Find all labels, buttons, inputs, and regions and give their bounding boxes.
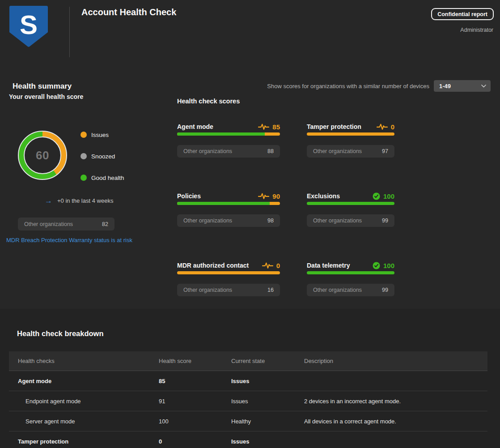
row-score: 100 xyxy=(159,418,231,425)
card-name: Data telemetry xyxy=(307,262,350,269)
row-name: Agent mode xyxy=(9,378,159,384)
benchmark-value: 88 xyxy=(267,148,274,154)
column-header-description: Description xyxy=(304,358,487,364)
card-name: Tamper protection xyxy=(307,123,361,130)
score-card-tamper-protection: Tamper protection 0 Other organizations … xyxy=(307,122,394,158)
health-summary-title: Health summary xyxy=(13,82,72,91)
page-title: Account Health Check xyxy=(81,7,176,17)
legend-item-issues: Issues xyxy=(81,131,124,138)
card-score-value: 0 xyxy=(276,262,280,269)
card-name: Exclusions xyxy=(307,192,340,200)
donut-hole: 60 xyxy=(24,137,61,174)
table-row-tamper-protection: Tamper protection 0 Issues xyxy=(9,431,487,448)
row-state: Issues xyxy=(231,398,304,405)
pulse-icon xyxy=(258,123,269,131)
row-score: 0 xyxy=(159,438,231,445)
score-progress-bar xyxy=(177,132,280,136)
score-progress-bar xyxy=(307,271,394,274)
health-check-breakdown-title: Health check breakdown xyxy=(17,329,103,338)
card-benchmark-pill: Other organizations 16 xyxy=(177,284,280,296)
filter-label: Show scores for organizations with a sim… xyxy=(267,83,429,90)
benchmark-label: Other organizations xyxy=(183,218,232,224)
column-header-health-checks: Health checks xyxy=(9,358,159,364)
row-score: 91 xyxy=(159,398,231,405)
overall-score-subtitle: Your overall health score xyxy=(9,93,83,100)
score-progress-fill xyxy=(307,271,394,274)
benchmark-value: 99 xyxy=(382,218,388,224)
score-card-agent-mode: Agent mode 85 Other organizations 88 xyxy=(177,122,280,158)
card-score-value: 90 xyxy=(272,192,280,200)
overall-health-score-value: 60 xyxy=(36,149,49,162)
arrow-right-icon: → xyxy=(45,197,52,205)
legend-label: Good health xyxy=(91,175,124,181)
card-benchmark-pill: Other organizations 88 xyxy=(177,145,280,158)
table-header-row: Health checks Health score Current state… xyxy=(9,351,487,371)
score-progress-fill xyxy=(177,132,265,136)
mdr-warranty-warning-link[interactable]: MDR Breach Protection Warranty status is… xyxy=(6,237,132,243)
breakdown-table: Health checks Health score Current state… xyxy=(9,351,487,448)
benchmark-label: Other organizations xyxy=(313,218,362,224)
row-state: Issues xyxy=(231,378,304,384)
score-cards-grid: Agent mode 85 Other organizations 88 Tam… xyxy=(177,122,394,296)
issues-dot-icon xyxy=(81,132,87,138)
legend-label: Issues xyxy=(91,132,109,138)
row-state: Healthy xyxy=(231,418,304,425)
top-section: S Account Health Check Confidential repo… xyxy=(0,0,500,309)
pulse-icon xyxy=(377,123,388,131)
table-row-agent-mode: Agent mode 85 Issues xyxy=(9,371,487,391)
card-benchmark-pill: Other organizations 99 xyxy=(307,284,394,296)
score-progress-fill xyxy=(177,202,270,205)
benchmark-value: 16 xyxy=(267,287,274,293)
device-range-select[interactable]: 1-49 xyxy=(434,80,491,92)
account-health-check-page: S Account Health Check Confidential repo… xyxy=(0,0,500,448)
legend-item-snoozed: Snoozed xyxy=(81,153,124,160)
check-circle-icon xyxy=(373,192,380,200)
good-health-dot-icon xyxy=(81,175,87,181)
score-progress-bar xyxy=(177,271,280,274)
column-header-current-state: Current state xyxy=(231,358,304,364)
shield-icon: S xyxy=(8,5,49,48)
pulse-icon xyxy=(258,192,269,200)
health-score-donut: 60 xyxy=(18,131,67,180)
summary-benchmark-pill: Other organizations 82 xyxy=(18,218,114,230)
benchmark-label: Other organizations xyxy=(313,148,362,154)
trend-text: +0 in the last 4 weeks xyxy=(57,197,113,204)
card-score-value: 100 xyxy=(383,192,394,200)
row-description: 2 devices in an incorrect agent mode. xyxy=(304,398,487,405)
table-row-server-agent-mode: Server agent mode 100 Healthy All device… xyxy=(9,411,487,431)
snoozed-dot-icon xyxy=(81,153,87,159)
header-divider xyxy=(69,7,70,57)
card-benchmark-pill: Other organizations 99 xyxy=(307,214,394,227)
score-progress-fill xyxy=(307,202,394,205)
column-header-health-score: Health score xyxy=(159,358,231,364)
sophos-logo: S xyxy=(8,5,49,48)
card-name: Policies xyxy=(177,192,201,200)
benchmark-value: 98 xyxy=(267,218,274,224)
score-card-policies: Policies 90 Other organizations 98 xyxy=(177,192,280,227)
score-progress-bar xyxy=(177,202,280,205)
table-row-endpoint-agent-mode: Endpoint agent mode 91 Issues 2 devices … xyxy=(9,391,487,411)
row-name: Server agent mode xyxy=(9,418,159,425)
benchmark-value: 97 xyxy=(382,148,388,154)
row-description: All devices in a correct agent mode. xyxy=(304,418,487,425)
score-progress-bar xyxy=(307,132,394,136)
health-check-scores-title: Health check scores xyxy=(177,98,240,105)
confidential-report-badge: Confidential report xyxy=(431,8,494,20)
row-score: 85 xyxy=(159,378,231,384)
benchmark-value: 82 xyxy=(102,221,108,227)
card-score-value: 85 xyxy=(272,123,280,131)
benchmark-label: Other organizations xyxy=(183,287,232,293)
benchmark-label: Other organizations xyxy=(183,148,232,154)
score-progress-bar xyxy=(307,202,394,205)
card-score-value: 100 xyxy=(383,262,394,269)
pulse-icon xyxy=(262,261,273,269)
legend-label: Snoozed xyxy=(91,153,115,160)
card-name: Agent mode xyxy=(177,123,213,130)
score-card-exclusions: Exclusions 100 Other organizations 99 xyxy=(307,192,394,227)
donut-legend: Issues Snoozed Good health xyxy=(81,131,124,196)
benchmark-value: 99 xyxy=(382,287,388,293)
selected-device-range: 1-49 xyxy=(439,83,451,90)
card-benchmark-pill: Other organizations 97 xyxy=(307,145,394,158)
card-benchmark-pill: Other organizations 98 xyxy=(177,214,280,227)
chevron-down-icon xyxy=(481,85,486,88)
